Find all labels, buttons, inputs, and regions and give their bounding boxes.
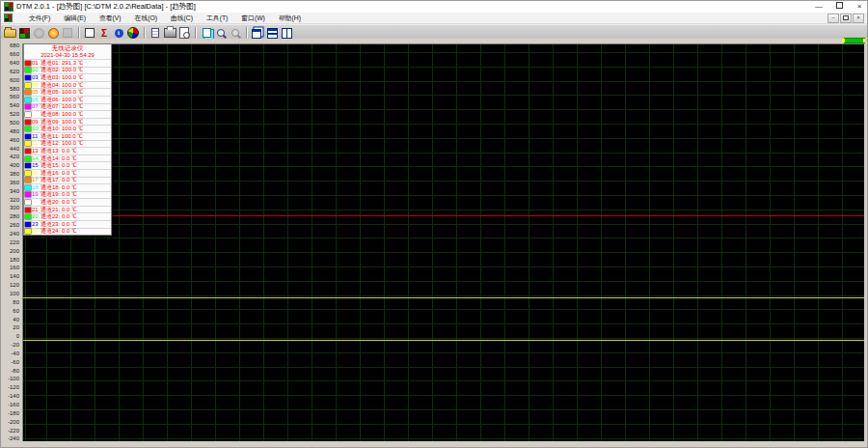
channel-color-swatch <box>25 141 31 146</box>
channel-value: 通道08: 100.0 ℃ <box>41 111 83 118</box>
y-axis-tick: 200 <box>1 248 19 254</box>
y-axis-tick: 660 <box>1 51 19 57</box>
y-axis-tick: 680 <box>1 42 19 48</box>
print-preview-icon <box>179 27 189 39</box>
channel-number: 03 <box>32 74 41 81</box>
channel-number: 23 <box>32 221 41 228</box>
channel-color-swatch <box>25 185 31 190</box>
channel-number: 08 <box>32 111 41 118</box>
channel-value: 通道09: 100.0 ℃ <box>41 119 83 126</box>
y-axis-tick: 420 <box>1 154 19 159</box>
series-line-通道01 <box>23 215 864 216</box>
channel-value: 通道06: 100.0 ℃ <box>41 97 83 103</box>
channel-number: 18 <box>32 184 41 191</box>
print-icon[interactable] <box>163 27 176 40</box>
menu-item-0[interactable]: 文件(F) <box>22 13 57 23</box>
info-icon[interactable]: i <box>112 27 125 40</box>
channel-value: 通道01: 291.3 ℃ <box>41 60 83 67</box>
y-axis-tick: 80 <box>1 299 19 305</box>
trend-chart-area: 6806606406206005805605405205004804604404… <box>1 39 867 447</box>
menu-bar: 文件(F)编辑(E)查看(V)在线(O)曲线(C)工具(T)窗口(W)帮助(H)… <box>1 13 867 24</box>
y-axis-tick: 180 <box>1 257 19 263</box>
statistics-icon[interactable]: Σ <box>97 27 111 40</box>
channel-number: 05 <box>32 89 41 96</box>
menu-item-2[interactable]: 查看(V) <box>93 13 128 23</box>
y-axis-tick: 100 <box>1 291 19 296</box>
channel-number: 17 <box>32 177 41 183</box>
y-axis-tick: 40 <box>1 317 19 322</box>
y-axis-tick: 360 <box>1 180 19 185</box>
channel-number: 02 <box>32 67 41 73</box>
channel-color-swatch <box>25 178 31 182</box>
channel-value: 通道18: 0.0 ℃ <box>41 184 77 191</box>
open-file-icon[interactable] <box>3 27 16 40</box>
y-axis-tick: 580 <box>1 86 19 92</box>
channel-value: 通道24: 0.0 ℃ <box>41 228 77 235</box>
toolbar-separator <box>195 27 196 39</box>
menu-item-6[interactable]: 窗口(W) <box>234 13 272 23</box>
y-axis-tick: 260 <box>1 222 19 228</box>
y-axis-tick: 60 <box>1 308 19 314</box>
legend-row-channel-24[interactable]: 24通道24: 0.0 ℃ <box>24 229 111 236</box>
menu-item-4[interactable]: 曲线(C) <box>164 13 200 23</box>
channel-value: 通道11: 100.0 ℃ <box>41 133 83 140</box>
y-axis-tick: -40 <box>1 350 19 356</box>
plot-area[interactable] <box>22 43 864 441</box>
toolbar-separator <box>78 27 79 39</box>
menu-item-5[interactable]: 工具(T) <box>200 13 234 23</box>
y-axis-tick: -120 <box>1 384 19 390</box>
pie-chart-icon[interactable] <box>126 27 140 40</box>
menu-item-3[interactable]: 在线(O) <box>128 13 164 23</box>
tile-vertical-icon[interactable] <box>280 27 293 40</box>
save-data-icon[interactable] <box>17 27 31 40</box>
start-collect-icon[interactable] <box>46 27 60 40</box>
tile-horizontal-icon <box>267 28 278 39</box>
y-axis-tick: 120 <box>1 282 19 288</box>
channel-number: 14 <box>32 155 41 162</box>
mdi-minimize-button[interactable]: – <box>827 14 839 23</box>
channel-color-swatch <box>25 75 31 80</box>
y-axis-tick: -200 <box>1 419 19 425</box>
menu-item-1[interactable]: 编辑(E) <box>57 13 93 23</box>
legend-panel[interactable]: 无线记录仪 2021-04-30 15:54:29 01通道01: 291.3 … <box>23 43 112 236</box>
minimize-button[interactable]: — <box>813 2 825 12</box>
zoom-icon <box>217 29 225 37</box>
select-region-icon[interactable] <box>83 27 96 40</box>
y-axis-tick: 280 <box>1 213 19 219</box>
cascade-windows-icon[interactable] <box>251 27 264 40</box>
channel-number: 11 <box>32 133 41 140</box>
app-window: { "window": { "title": "DTM 2.0.1 - [趋势图… <box>0 0 868 448</box>
tile-horizontal-icon[interactable] <box>265 27 279 40</box>
print-icon <box>164 28 176 38</box>
channel-value: 通道22: 0.0 ℃ <box>41 213 77 220</box>
zoom-icon[interactable] <box>214 27 228 40</box>
channel-number: 06 <box>32 97 41 103</box>
channel-number: 20 <box>32 199 41 206</box>
chart-scrollbar[interactable] <box>844 38 865 43</box>
y-axis-tick: 500 <box>1 120 19 126</box>
y-axis-tick: 640 <box>1 60 19 66</box>
channel-value: 通道12: 100.0 ℃ <box>41 140 83 147</box>
y-axis-tick: 540 <box>1 102 19 108</box>
y-axis-tick: -240 <box>1 435 19 441</box>
channel-value: 通道07: 100.0 ℃ <box>41 103 83 110</box>
y-axis-tick: 560 <box>1 94 19 99</box>
pause-collect-icon <box>63 28 72 38</box>
report-icon <box>151 28 159 38</box>
mdi-restore-button[interactable] <box>840 14 852 23</box>
info-icon: i <box>115 29 123 38</box>
channel-value: 通道15: 0.0 ℃ <box>41 162 77 169</box>
channel-color-swatch <box>25 61 31 66</box>
menu-item-7[interactable]: 帮助(H) <box>272 13 308 23</box>
copy-curve-icon[interactable] <box>200 27 213 40</box>
close-button[interactable]: × <box>854 2 865 12</box>
mdi-close-button[interactable]: × <box>853 14 864 23</box>
channel-color-swatch <box>25 98 31 102</box>
save-data-icon <box>19 28 30 39</box>
report-icon[interactable] <box>149 27 162 40</box>
channel-color-swatch <box>25 171 31 176</box>
channel-number: 07 <box>32 103 41 110</box>
maximize-button[interactable] <box>833 2 845 12</box>
print-preview-icon[interactable] <box>177 27 191 40</box>
y-axis-tick: 160 <box>1 265 19 270</box>
